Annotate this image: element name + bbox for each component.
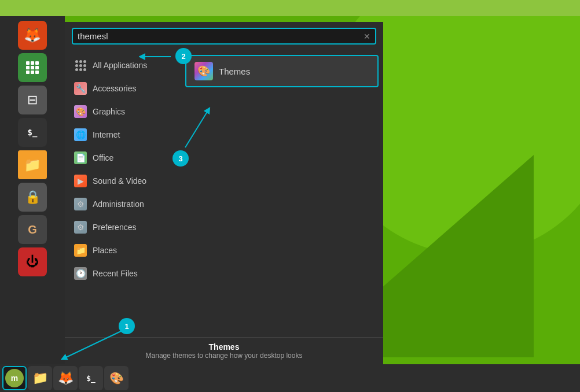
category-accessories[interactable]: 🔧 Accessories	[65, 77, 181, 100]
category-admin-label: Administration	[93, 199, 144, 209]
category-office[interactable]: 📄 Office	[65, 146, 181, 169]
status-app-title: Themes	[74, 342, 374, 352]
preferences-icon: ⚙	[74, 221, 87, 234]
taskbar-terminal-icon: $_	[86, 374, 96, 383]
sidebar-gimp[interactable]: G	[18, 215, 47, 244]
category-graphics-label: Graphics	[93, 107, 125, 116]
category-accessories-label: Accessories	[93, 84, 136, 93]
sidebar-power[interactable]: ⏻	[18, 247, 47, 276]
category-graphics[interactable]: 🎨 Graphics	[65, 100, 181, 123]
taskbar-themes[interactable]: 🎨	[104, 366, 129, 390]
category-recent-files[interactable]: 🕐 Recent Files	[65, 262, 181, 285]
taskbar-firefox[interactable]: 🦊	[53, 366, 78, 390]
themes-result-icon: 🎨	[194, 62, 213, 80]
sound-video-icon: ▶	[74, 175, 87, 187]
result-themes[interactable]: 🎨 Themes	[185, 55, 379, 87]
menu-status-bar: Themes Manage themes to change how your …	[65, 337, 383, 364]
category-all-label: All Applications	[93, 61, 147, 70]
sidebar-lock[interactable]: 🔒	[18, 183, 47, 212]
accessories-icon: 🔧	[74, 82, 87, 95]
sidebar-terminal[interactable]: $_	[18, 118, 47, 147]
sidebar-folder[interactable]: 📁	[18, 150, 47, 179]
sidebar-apps[interactable]	[18, 53, 47, 82]
search-bar-container: ✕	[65, 22, 383, 50]
administration-icon: ⚙	[74, 198, 87, 210]
sidebar-toggle[interactable]: ⊟	[18, 86, 47, 114]
mint-logo-icon: m	[5, 369, 24, 387]
places-icon: 📁	[74, 244, 87, 257]
category-list: All Applications 🔧 Accessories 🎨 Graphic…	[65, 50, 181, 337]
sidebar-firefox[interactable]: 🦊	[18, 21, 47, 50]
office-icon: 📄	[74, 151, 87, 164]
category-sound-video[interactable]: ▶ Sound & Video	[65, 169, 181, 193]
taskbar-terminal[interactable]: $_	[79, 366, 103, 390]
taskbar-themes-icon: 🎨	[109, 371, 124, 385]
internet-icon: 🌐	[74, 128, 87, 141]
category-preferences[interactable]: ⚙ Preferences	[65, 216, 181, 239]
category-prefs-label: Preferences	[93, 223, 136, 232]
category-places[interactable]: 📁 Places	[65, 239, 181, 262]
category-internet[interactable]: 🌐 Internet	[65, 123, 181, 146]
recent-files-icon: 🕐	[74, 267, 87, 280]
taskbar-files-icon: 📁	[32, 371, 48, 386]
category-recent-label: Recent Files	[93, 269, 138, 278]
taskbar-mint-menu[interactable]: m	[2, 366, 27, 390]
status-app-description: Manage themes to change how your desktop…	[74, 352, 374, 360]
sidebar: 🦊 ⊟ $_ 📁 🔒 G ⏻	[0, 16, 65, 364]
taskbar-firefox-icon: 🦊	[58, 371, 74, 386]
taskbar-files[interactable]: 📁	[28, 366, 52, 390]
results-panel: 🎨 Themes	[181, 50, 383, 337]
category-internet-label: Internet	[93, 130, 120, 139]
category-sound-label: Sound & Video	[93, 176, 146, 186]
graphics-icon: 🎨	[74, 105, 87, 118]
top-bar	[0, 0, 580, 16]
menu-content: All Applications 🔧 Accessories 🎨 Graphic…	[65, 50, 383, 337]
grid-dots-icon	[75, 60, 86, 71]
category-places-label: Places	[93, 246, 117, 255]
search-input-wrapper: ✕	[72, 28, 376, 45]
category-all-applications[interactable]: All Applications	[65, 54, 181, 77]
all-applications-icon	[74, 59, 87, 72]
taskbar: m 📁 🦊 $_ 🎨	[0, 364, 580, 392]
category-administration[interactable]: ⚙ Administration	[65, 193, 181, 216]
search-input[interactable]	[78, 31, 361, 41]
themes-result-label: Themes	[219, 66, 250, 76]
search-clear-button[interactable]: ✕	[364, 32, 370, 41]
app-menu-panel: ✕ All Applications 🔧 Accessories	[65, 22, 383, 364]
category-office-label: Office	[93, 153, 113, 162]
